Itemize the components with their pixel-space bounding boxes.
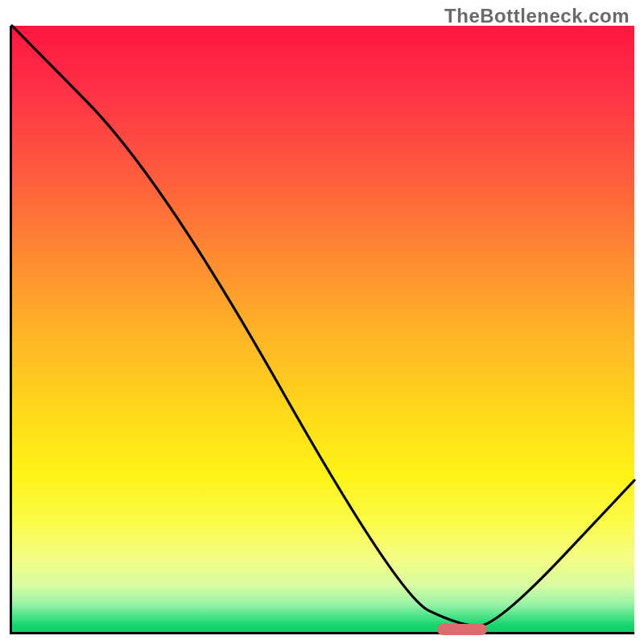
bottleneck-curve bbox=[12, 26, 634, 632]
chart-container: TheBottleneck.com bbox=[0, 0, 644, 644]
optimum-marker bbox=[437, 624, 487, 635]
watermark-text: TheBottleneck.com bbox=[444, 5, 630, 27]
plot-area bbox=[10, 26, 634, 634]
